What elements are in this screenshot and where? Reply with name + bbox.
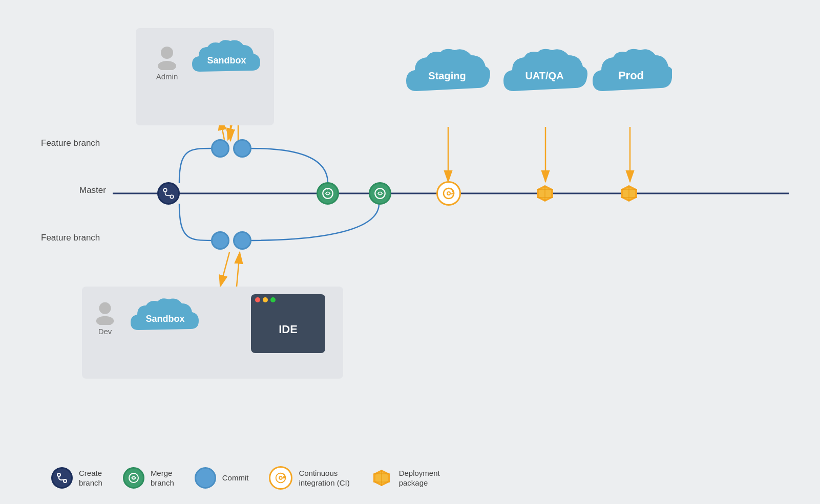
merge-node-1 <box>317 182 339 205</box>
svg-point-36 <box>99 302 111 314</box>
legend-merge-branch: Mergebranch <box>123 467 174 489</box>
ide-titlebar <box>251 294 325 305</box>
ide-dot-green <box>270 297 276 302</box>
admin-person: Admin <box>154 43 180 81</box>
admin-person-icon <box>154 43 180 70</box>
legend-branch-icon <box>51 467 73 489</box>
staging-cloud: Staging <box>404 46 491 105</box>
svg-point-41 <box>129 473 138 483</box>
admin-sandbox-cloud: Sandbox <box>190 36 264 84</box>
ci-node <box>436 181 461 206</box>
svg-point-45 <box>280 477 282 479</box>
dev-person: Dev <box>92 299 118 336</box>
prod-label: Prod <box>618 69 644 82</box>
create-branch-node <box>157 182 180 205</box>
feature-branch-lower-label: Feature branch <box>41 233 100 243</box>
ide-text: IDE <box>251 305 325 353</box>
svg-point-22 <box>375 188 385 199</box>
prod-cloud: Prod <box>590 46 672 105</box>
svg-point-15 <box>161 47 173 59</box>
dev-label: Dev <box>92 327 118 336</box>
master-label: Master <box>79 185 106 195</box>
svg-point-17 <box>163 188 167 192</box>
svg-line-8 <box>220 252 229 287</box>
admin-sandbox-label: Sandbox <box>207 55 246 65</box>
dev-sandbox-cloud: Sandbox <box>128 294 202 343</box>
legend-ci-icon <box>269 466 292 490</box>
dev-sandbox-label: Sandbox <box>145 313 184 324</box>
staging-label: Staging <box>428 70 466 81</box>
legend-merge-icon <box>123 467 144 489</box>
svg-point-25 <box>448 192 450 194</box>
legend-deploy-label: Deploymentpackage <box>399 468 440 488</box>
legend-commit: Commit <box>195 467 249 489</box>
prod-deploy-node <box>618 182 640 205</box>
diagram-container: Admin Sandbox Feature branch Master Feat… <box>0 0 820 504</box>
ide-box: IDE <box>251 294 325 353</box>
legend-deploy-icon <box>370 467 393 489</box>
svg-point-20 <box>323 188 333 199</box>
legend-deploy: Deploymentpackage <box>370 467 440 489</box>
legend-ci: Continuousintegration (CI) <box>269 466 349 490</box>
legend-create-branch-label: Createbranch <box>79 468 102 488</box>
feature-lower-commit-1 <box>211 231 229 250</box>
dev-person-icon <box>92 299 118 325</box>
admin-box: Admin Sandbox <box>136 28 274 125</box>
ide-dot-yellow <box>263 297 268 302</box>
uatqa-label: UAT/QA <box>525 70 563 81</box>
ide-dot-red <box>255 297 260 302</box>
svg-point-16 <box>158 61 176 70</box>
feature-upper-commit-2 <box>233 139 251 158</box>
feature-lower-commit-2 <box>233 231 251 250</box>
feature-branch-upper-label: Feature branch <box>41 138 100 148</box>
legend-merge-branch-label: Mergebranch <box>151 468 174 488</box>
staging-deploy-node <box>534 182 556 205</box>
svg-line-9 <box>237 252 240 287</box>
legend-create-branch: Createbranch <box>51 467 102 489</box>
legend-commit-icon <box>195 467 216 489</box>
svg-point-38 <box>57 473 60 476</box>
feature-upper-commit-1 <box>211 139 229 158</box>
legend-commit-label: Commit <box>222 473 249 483</box>
merge-node-2 <box>369 182 391 205</box>
svg-point-37 <box>96 316 114 325</box>
legend: Createbranch Mergebranch Commit <box>51 466 440 490</box>
legend-ci-label: Continuousintegration (CI) <box>299 468 349 488</box>
uatqa-cloud: UAT/QA <box>501 46 588 105</box>
admin-label: Admin <box>154 72 180 81</box>
